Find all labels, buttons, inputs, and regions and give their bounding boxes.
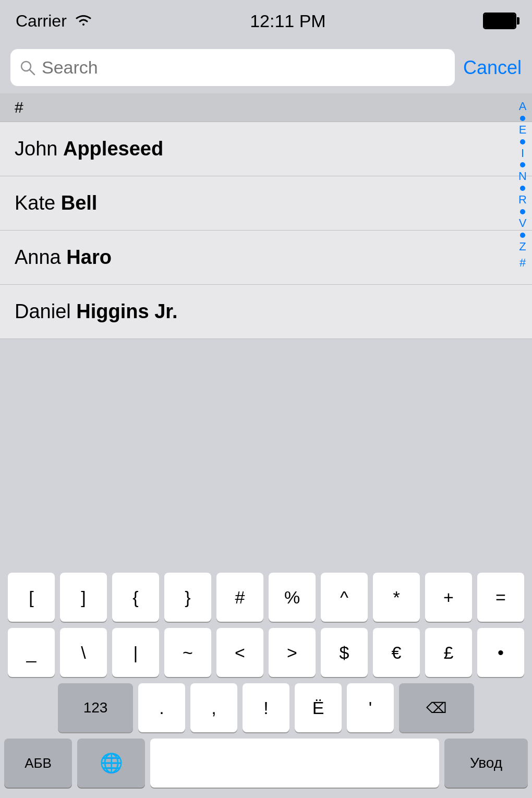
search-bar-container: Cancel	[0, 42, 532, 93]
key-greater-than[interactable]: >	[269, 628, 316, 677]
key-percent[interactable]: %	[269, 573, 316, 622]
key-cyrillic[interactable]: АБВ	[4, 739, 72, 788]
key-period[interactable]: .	[138, 683, 185, 732]
carrier-label: Carrier	[16, 11, 67, 31]
key-dollar[interactable]: $	[321, 628, 368, 677]
keyboard-row-4: АБВ 🌐 Увод	[0, 734, 532, 798]
contact-item-appleseed[interactable]: John Appleseed	[0, 122, 532, 176]
contact-item-haro[interactable]: Anna Haro	[0, 231, 532, 285]
keyboard: [ ] { } # % ^ * + = _ \ | ~ < > $ € £ • …	[0, 569, 532, 798]
key-brace-open[interactable]: {	[112, 573, 159, 622]
contact-name-bell: Kate Bell	[15, 192, 97, 214]
key-euro[interactable]: €	[373, 628, 420, 677]
key-asterisk[interactable]: *	[373, 573, 420, 622]
contact-item-higgins[interactable]: Daniel Higgins Jr.	[0, 285, 532, 339]
section-index: A E I N R V Z #	[518, 93, 527, 271]
key-equals[interactable]: =	[477, 573, 524, 622]
key-enter[interactable]: Увод	[444, 739, 528, 788]
battery-icon	[483, 13, 516, 29]
key-tilde[interactable]: ~	[164, 628, 211, 677]
contact-name-haro: Anna Haro	[15, 246, 112, 269]
index-dot-5	[520, 209, 525, 214]
key-underscore[interactable]: _	[8, 628, 55, 677]
key-bullet[interactable]: •	[477, 628, 524, 677]
keyboard-row-3: 123 . , ! Ё ' ⌫	[0, 679, 532, 734]
index-dot-1	[520, 116, 525, 121]
key-backspace[interactable]: ⌫	[399, 683, 474, 732]
key-space[interactable]	[150, 739, 439, 788]
index-n[interactable]: N	[518, 168, 527, 185]
search-icon	[20, 60, 35, 76]
key-bracket-close[interactable]: ]	[60, 573, 107, 622]
cancel-button[interactable]: Cancel	[463, 57, 522, 79]
index-v[interactable]: V	[519, 215, 527, 232]
contact-name-appleseed: John Appleseed	[15, 138, 163, 160]
index-hash[interactable]: #	[519, 255, 526, 271]
svg-line-1	[30, 70, 34, 75]
index-dot-6	[520, 233, 525, 238]
index-a[interactable]: A	[519, 99, 527, 115]
key-pound[interactable]: £	[425, 628, 472, 677]
index-dot-2	[520, 139, 525, 144]
search-input[interactable]	[42, 57, 445, 78]
keyboard-row-1: [ ] { } # % ^ * + =	[0, 569, 532, 624]
index-dot-3	[520, 162, 525, 167]
index-e[interactable]: E	[519, 122, 527, 138]
key-apostrophe[interactable]: '	[347, 683, 394, 732]
status-bar: Carrier 12:11 PM	[0, 0, 532, 42]
key-less-than[interactable]: <	[216, 628, 263, 677]
wifi-icon	[74, 11, 93, 31]
key-bracket-open[interactable]: [	[8, 573, 55, 622]
key-caret[interactable]: ^	[321, 573, 368, 622]
key-hash[interactable]: #	[216, 573, 263, 622]
status-left: Carrier	[16, 11, 93, 31]
index-r[interactable]: R	[518, 192, 527, 208]
index-i[interactable]: I	[521, 146, 524, 162]
key-brace-close[interactable]: }	[164, 573, 211, 622]
key-pipe[interactable]: |	[112, 628, 159, 677]
search-input-wrapper[interactable]	[10, 49, 455, 86]
contacts-list: # John Appleseed Kate Bell Anna Haro Dan…	[0, 93, 532, 417]
index-dot-4	[520, 186, 525, 191]
key-exclamation[interactable]: !	[243, 683, 289, 732]
section-header-hash: #	[0, 93, 532, 122]
key-globe[interactable]: 🌐	[77, 739, 145, 788]
keyboard-row-2: _ \ | ~ < > $ € £ •	[0, 624, 532, 679]
contact-name-higgins: Daniel Higgins Jr.	[15, 300, 178, 323]
key-yo[interactable]: Ё	[295, 683, 342, 732]
key-comma[interactable]: ,	[190, 683, 237, 732]
key-123[interactable]: 123	[58, 683, 133, 732]
status-time: 12:11 PM	[93, 11, 483, 31]
key-backslash[interactable]: \	[60, 628, 107, 677]
key-plus[interactable]: +	[425, 573, 472, 622]
index-z[interactable]: Z	[519, 239, 526, 255]
battery-fill	[485, 14, 515, 28]
contact-item-bell[interactable]: Kate Bell	[0, 176, 532, 231]
